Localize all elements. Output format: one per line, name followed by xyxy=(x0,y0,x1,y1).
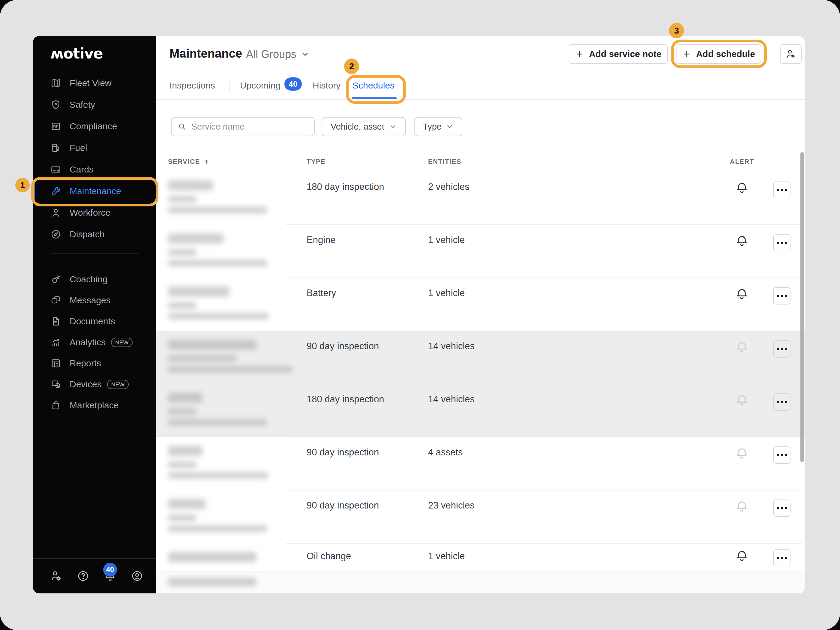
table-row[interactable]: Engine1 vehicle xyxy=(156,224,805,278)
redacted-service-text xyxy=(168,196,196,202)
row-divider xyxy=(286,384,802,384)
table-row[interactable]: Battery1 vehicle xyxy=(156,278,805,331)
person-icon xyxy=(51,207,61,218)
row-actions-menu-button[interactable] xyxy=(773,393,791,411)
new-badge: NEW xyxy=(107,380,129,389)
column-header-alert: ALERT xyxy=(730,158,754,166)
sidebar-item-cards[interactable]: Cards xyxy=(33,159,156,180)
table-row[interactable]: 90 day inspection14 vehicles xyxy=(156,331,805,384)
redacted-service-text xyxy=(168,313,268,319)
bag-icon xyxy=(51,400,61,411)
add-service-note-button[interactable]: Add service note xyxy=(569,44,668,64)
type-filter-label: Type xyxy=(423,122,442,132)
cell-entities: 14 vehicles xyxy=(428,341,475,352)
table-row[interactable]: Oil change1 vehicle xyxy=(156,543,805,572)
annotation-step-2: 2 xyxy=(344,58,359,74)
service-name-search-input[interactable]: Service name xyxy=(171,117,315,136)
redacted-service-text xyxy=(168,499,205,509)
sidebar-item-label: Fleet View xyxy=(69,78,112,88)
sidebar-item-label: Fuel xyxy=(69,143,87,153)
compliance-icon xyxy=(51,121,61,132)
annotation-step-1: 1 xyxy=(15,178,30,192)
redacted-service-text xyxy=(168,419,267,426)
sidebar-item-compliance[interactable]: Compliance xyxy=(33,115,156,137)
plus-icon xyxy=(682,49,691,58)
row-actions-menu-button[interactable] xyxy=(773,287,791,305)
column-header-service[interactable]: SERVICE xyxy=(168,158,210,166)
sidebar-item-dispatch[interactable]: Dispatch xyxy=(33,224,156,245)
user-settings-icon[interactable] xyxy=(50,570,62,582)
row-divider xyxy=(286,224,802,225)
vehicle-asset-filter[interactable]: Vehicle, asset xyxy=(322,117,406,136)
tab-upcoming[interactable]: Upcoming xyxy=(240,81,281,91)
row-actions-menu-button[interactable] xyxy=(773,499,791,517)
column-header-entities[interactable]: ENTITIES xyxy=(428,158,461,166)
sidebar-item-marketplace[interactable]: Marketplace xyxy=(33,395,156,416)
row-actions-menu-button[interactable] xyxy=(773,234,791,251)
alert-bell-icon[interactable] xyxy=(735,234,749,248)
row-actions-menu-button[interactable] xyxy=(773,549,791,567)
type-filter[interactable]: Type xyxy=(414,117,462,136)
account-icon[interactable] xyxy=(131,570,144,582)
redacted-service-text xyxy=(168,552,256,562)
alert-bell-icon[interactable] xyxy=(735,393,749,407)
tab-schedules[interactable]: Schedules xyxy=(352,81,395,91)
sidebar-item-label: Reports xyxy=(69,358,101,368)
active-tab-underline xyxy=(352,97,396,99)
sidebar-item-label: Compliance xyxy=(69,121,117,131)
cell-entities: 14 vehicles xyxy=(428,394,475,405)
row-divider xyxy=(286,437,802,437)
sidebar-item-reports[interactable]: Reports xyxy=(33,353,156,374)
alert-bell-icon[interactable] xyxy=(735,287,749,301)
vehicle-asset-filter-label: Vehicle, asset xyxy=(331,122,384,132)
sidebar-item-devices[interactable]: DevicesNEW xyxy=(33,374,156,395)
cell-entities: 1 vehicle xyxy=(428,551,465,562)
whistle-icon xyxy=(51,274,61,285)
sidebar-item-messages[interactable]: Messages xyxy=(33,290,156,311)
redacted-service-text xyxy=(168,355,237,362)
row-divider xyxy=(286,543,802,543)
sidebar-footer: 40 xyxy=(33,558,156,594)
redacted-service-text xyxy=(168,578,256,586)
redacted-service-text xyxy=(168,302,196,309)
sidebar-item-label: Safety xyxy=(69,99,95,110)
alert-bell-icon[interactable] xyxy=(735,340,749,354)
row-actions-menu-button[interactable] xyxy=(773,181,791,198)
tab-history[interactable]: History xyxy=(313,81,341,91)
sidebar-item-analytics[interactable]: AnalyticsNEW xyxy=(33,332,156,353)
sort-ascending-icon xyxy=(203,158,210,165)
redacted-service-text xyxy=(168,286,229,297)
upcoming-count-badge: 40 xyxy=(284,77,302,91)
devices-icon xyxy=(51,379,61,390)
help-icon[interactable] xyxy=(77,570,89,582)
sidebar-item-workforce[interactable]: Workforce xyxy=(33,202,156,224)
alert-bell-icon[interactable] xyxy=(735,499,749,513)
user-settings-button[interactable] xyxy=(780,44,802,64)
sidebar-divider xyxy=(51,253,139,254)
alert-bell-icon[interactable] xyxy=(735,447,749,460)
cell-type: 90 day inspection xyxy=(306,447,379,458)
sidebar-item-documents[interactable]: Documents xyxy=(33,311,156,332)
row-actions-menu-button[interactable] xyxy=(773,340,791,358)
alert-bell-icon[interactable] xyxy=(735,181,749,195)
sidebar-item-coaching[interactable]: Coaching xyxy=(33,269,156,290)
alert-bell-icon[interactable] xyxy=(735,549,749,563)
sidebar-item-label: Cards xyxy=(69,164,93,175)
row-actions-menu-button[interactable] xyxy=(773,447,791,464)
sidebar-item-fleet-view[interactable]: Fleet View xyxy=(33,72,156,94)
column-header-type[interactable]: TYPE xyxy=(306,158,325,166)
group-selector[interactable]: All Groups xyxy=(246,48,309,61)
sidebar-item-fuel[interactable]: Fuel xyxy=(33,137,156,159)
vertical-scrollbar[interactable] xyxy=(801,152,804,462)
document-icon xyxy=(51,316,61,327)
table-row[interactable]: 180 day inspection14 vehicles xyxy=(156,384,805,437)
cell-type: 180 day inspection xyxy=(306,394,384,405)
table-row[interactable]: 90 day inspection23 vehicles xyxy=(156,490,805,543)
sidebar-item-safety[interactable]: Safety xyxy=(33,94,156,115)
tab-inspections[interactable]: Inspections xyxy=(169,81,215,91)
add-schedule-button[interactable]: Add schedule xyxy=(676,44,761,64)
table-row[interactable]: 180 day inspection2 vehicles xyxy=(156,171,805,224)
table-row[interactable]: 90 day inspection4 assets xyxy=(156,437,805,490)
sidebar-item-maintenance[interactable]: Maintenance xyxy=(33,180,156,202)
table-row-partial xyxy=(156,572,805,594)
